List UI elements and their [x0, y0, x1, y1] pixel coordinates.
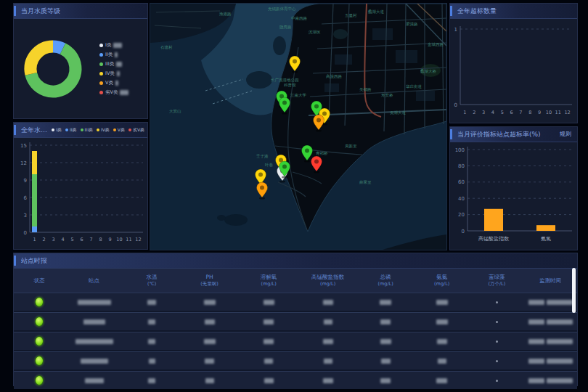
svg-text:9: 9	[24, 178, 27, 184]
algae-cell	[470, 360, 523, 362]
status-dot-green	[35, 375, 44, 385]
svg-text:10: 10	[116, 237, 122, 242]
redacted-value	[205, 378, 214, 383]
value-cell	[180, 339, 239, 344]
value-cell	[180, 359, 239, 364]
redacted-value	[380, 319, 391, 324]
panel-header-station-report: 站点时报	[14, 253, 577, 269]
value-cell	[414, 378, 470, 383]
donut-legend: I类II类III类IV类V类劣V类	[99, 42, 128, 96]
legend-item-III类[interactable]: III类	[81, 123, 93, 137]
algae-cell	[470, 321, 523, 323]
redacted-value	[264, 339, 274, 344]
redacted-value	[204, 300, 216, 305]
redacted-value	[323, 339, 333, 344]
redacted-time	[547, 359, 573, 364]
stack-seg-IV类[interactable]	[32, 151, 37, 174]
svg-text:8: 8	[528, 110, 531, 115]
redacted-date	[528, 378, 544, 383]
legend-item-II类[interactable]: II类	[65, 123, 77, 137]
rules-link[interactable]: 规则	[560, 127, 571, 142]
legend-label: 劣V类	[105, 89, 118, 96]
stack-seg-III类[interactable]	[32, 174, 37, 226]
value-cell	[180, 378, 239, 383]
svg-text:1: 1	[463, 110, 466, 115]
redacted-value	[264, 378, 274, 383]
legend-item-III类[interactable]: III类	[99, 61, 128, 68]
table-col-氨氮: 氨氮(mg/L)	[414, 274, 470, 287]
legend-item-V类[interactable]: V类	[99, 80, 128, 86]
table-col-PH: PH(无量纲)	[180, 274, 239, 287]
panel-title: 当月评价指标站点超标率(%)	[457, 127, 541, 142]
svg-text:9: 9	[538, 110, 541, 115]
table-row[interactable]	[14, 371, 577, 389]
legend-dot	[99, 44, 103, 47]
legend-item-I类[interactable]: I类	[52, 123, 62, 137]
table-row[interactable]	[14, 351, 577, 369]
legend-item-V类[interactable]: V类	[113, 123, 125, 137]
svg-text:1: 1	[454, 27, 457, 33]
map-canvas[interactable]: 石塘村渔港路无锡新体育中心中南西路隐秀路五星村滨湖区蠡湖大道梁清路金城西路蠡湖大…	[150, 4, 446, 250]
table-row[interactable]	[14, 293, 577, 311]
legend-item-IV类[interactable]: IV类	[99, 70, 128, 77]
map-place-label: 隐秀路	[279, 25, 292, 30]
svg-text:1: 1	[33, 237, 36, 242]
legend-dot	[52, 128, 54, 131]
table-row[interactable]	[14, 332, 577, 350]
panel-year-exceed: 全年超标数量 10123456789101112	[449, 3, 578, 123]
legend-label: III类	[105, 61, 114, 68]
legend-item-IV类[interactable]: IV类	[97, 123, 110, 137]
map-place-label: 贡湖大道	[390, 110, 407, 115]
rate-bar-高锰酸盐指数[interactable]	[484, 209, 503, 231]
svg-text:3: 3	[24, 213, 27, 219]
svg-text:2: 2	[42, 237, 45, 242]
status-dot-green	[35, 336, 44, 346]
svg-text:40: 40	[458, 196, 465, 202]
redacted-value	[324, 359, 332, 364]
time-cell	[523, 359, 577, 364]
svg-text:12: 12	[564, 110, 570, 115]
redacted-value	[148, 378, 155, 383]
panel-map[interactable]: 石塘村渔港路无锡新体育中心中南西路隐秀路五星村滨湖区蠡湖大道梁清路金城西路蠡湖大…	[150, 3, 447, 250]
map-place-label: 吴都路	[359, 87, 372, 92]
donut-slice-IV类[interactable]	[30, 46, 53, 74]
svg-text:8: 8	[99, 237, 102, 242]
empty-value-dot	[496, 380, 498, 382]
redacted-value	[148, 319, 155, 324]
redacted-value	[147, 300, 156, 305]
table-body	[14, 293, 577, 389]
station-cell	[65, 319, 123, 324]
legend-value-redacted	[115, 81, 118, 86]
table-scrollbar[interactable]	[572, 268, 576, 313]
table-row[interactable]	[14, 312, 577, 330]
svg-text:6: 6	[80, 237, 83, 242]
legend-item-劣V类[interactable]: 劣V类	[99, 89, 128, 96]
legend-item-I类[interactable]: I类	[99, 42, 128, 49]
value-cell	[414, 319, 470, 324]
map-place-label: 周新里	[345, 144, 357, 148]
legend-label: I类	[105, 42, 111, 49]
map-place-label: 石塘村	[160, 45, 173, 50]
redacted-text	[75, 339, 113, 344]
value-cell	[357, 300, 414, 305]
table-col-溶解氧: 溶解氧(mg/L)	[239, 274, 298, 287]
status-cell	[14, 297, 65, 307]
panel-header-month-quality: 当月水质等级	[14, 4, 147, 19]
empty-value-dot	[496, 301, 498, 303]
rate-bar-氨氮[interactable]	[536, 225, 555, 231]
map-place-label: 渔港路	[219, 12, 232, 17]
svg-text:氨氮: 氨氮	[541, 236, 551, 242]
panel-station-report: 站点时报 状态站点水温(℃)PH(无量纲)溶解氧(mg/L)高锰酸盐指数(mg/…	[13, 253, 578, 386]
redacted-value	[324, 319, 332, 324]
status-cell	[14, 356, 65, 366]
donut-slice-II类[interactable]	[53, 46, 62, 49]
legend-item-劣V类[interactable]: 劣V类	[128, 123, 144, 137]
algae-cell	[470, 380, 523, 382]
redacted-value	[148, 339, 155, 344]
stack-seg-II类[interactable]	[32, 226, 37, 232]
svg-text:高锰酸盐指数: 高锰酸盐指数	[478, 236, 510, 242]
time-cell	[523, 300, 577, 305]
redacted-value	[380, 378, 391, 383]
status-cell	[14, 375, 65, 385]
legend-item-II类[interactable]: II类	[99, 52, 128, 58]
